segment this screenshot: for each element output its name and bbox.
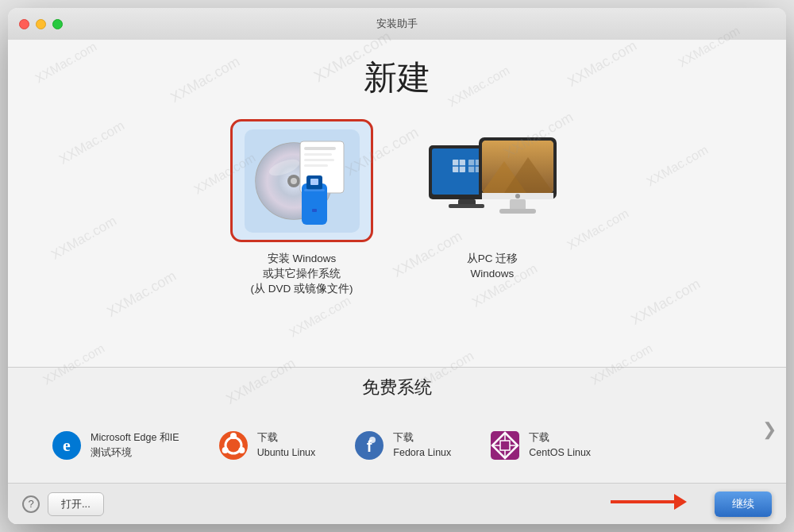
- fedora-icon: f: [353, 430, 385, 461]
- migrate-pc-label: 从PC 迁移 Windows: [467, 252, 518, 282]
- svg-text:e: e: [63, 435, 71, 455]
- free-item-fedora[interactable]: f 下载 Fedora Linux: [334, 430, 470, 461]
- svg-rect-9: [304, 159, 334, 161]
- free-item-ubuntu[interactable]: 下载 Ubuntu Linux: [198, 430, 335, 461]
- main-window: XXMac.com XXMac.com XXMac.com XXMac.com …: [8, 8, 786, 524]
- migrate-pc-option[interactable]: 从PC 迁移 Windows: [421, 119, 564, 282]
- maximize-button[interactable]: [52, 19, 63, 29]
- svg-point-42: [222, 447, 228, 453]
- free-section-title: 免费系统: [24, 376, 770, 399]
- free-item-centos-label: 下载 CentOS Linux: [529, 430, 591, 461]
- svg-rect-14: [304, 189, 325, 191]
- install-windows-icon-wrapper: [230, 119, 373, 242]
- continue-button[interactable]: 继续: [715, 492, 772, 517]
- edge-icon: e: [51, 430, 83, 461]
- options-row: 安装 Windows 或其它操作系统 (从 DVD 或镜像文件): [230, 119, 564, 297]
- minimize-button[interactable]: [36, 19, 46, 29]
- free-items-row: e Microsoft Edge 和IE 测试环境: [24, 407, 770, 483]
- ubuntu-icon: [218, 430, 249, 461]
- main-content: 新建: [8, 40, 786, 524]
- svg-rect-33: [510, 199, 526, 210]
- svg-point-45: [369, 437, 376, 443]
- arrow-head: [674, 494, 687, 510]
- svg-rect-16: [312, 209, 317, 212]
- titlebar: 安装助手: [8, 8, 786, 40]
- free-item-centos[interactable]: 下载 CentOS Linux: [470, 430, 610, 461]
- pc-mac-svg: [425, 129, 560, 233]
- svg-rect-10: [304, 164, 328, 167]
- top-section: 新建: [8, 40, 786, 367]
- bottom-section: 免费系统 e Microsoft Edge 和IE 测试环境: [8, 368, 786, 483]
- free-item-fedora-label: 下载 Fedora Linux: [393, 430, 451, 461]
- svg-point-40: [230, 433, 237, 439]
- arrow-indicator: [611, 494, 687, 510]
- migrate-pc-icon-wrapper: [421, 119, 564, 242]
- nav-next-arrow[interactable]: ❯: [762, 419, 777, 440]
- centos-icon: [489, 430, 521, 461]
- arrow-line: [611, 500, 674, 503]
- svg-rect-7: [304, 147, 336, 150]
- free-item-ubuntu-label: 下载 Ubuntu Linux: [257, 430, 316, 461]
- install-windows-option[interactable]: 安装 Windows 或其它操作系统 (从 DVD 或镜像文件): [230, 119, 373, 297]
- close-button[interactable]: [19, 19, 29, 29]
- free-item-edge-label: Microsoft Edge 和IE 测试环境: [91, 430, 179, 461]
- svg-rect-13: [310, 179, 318, 185]
- svg-rect-34: [499, 209, 536, 214]
- svg-point-41: [238, 447, 245, 453]
- svg-rect-50: [500, 441, 510, 450]
- svg-point-35: [515, 194, 520, 199]
- footer-left: ? 打开...: [22, 492, 104, 516]
- free-item-edge[interactable]: e Microsoft Edge 和IE 测试环境: [32, 430, 198, 461]
- traffic-lights: [19, 19, 63, 29]
- svg-rect-26: [449, 204, 484, 208]
- install-windows-label: 安装 Windows 或其它操作系统 (从 DVD 或镜像文件): [251, 252, 353, 297]
- svg-point-4: [291, 178, 297, 184]
- open-button[interactable]: 打开...: [48, 492, 104, 516]
- help-button[interactable]: ?: [22, 495, 40, 513]
- window-title: 安装助手: [376, 17, 418, 31]
- dvd-usb-svg: [245, 129, 360, 233]
- svg-rect-8: [304, 153, 332, 156]
- new-section-title: 新建: [364, 56, 430, 100]
